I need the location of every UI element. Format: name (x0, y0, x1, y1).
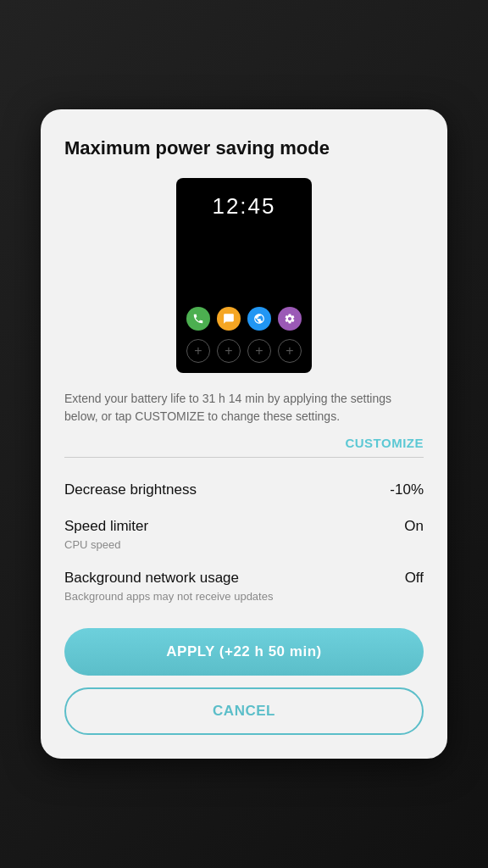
preview-bottom: + + + + (186, 307, 302, 363)
brightness-label: Decrease brightness (64, 480, 197, 500)
add-slot-2: + (217, 339, 241, 363)
apply-button[interactable]: APPLY (+22 h 50 min) (64, 628, 424, 676)
speed-sub: CPU speed (64, 538, 148, 551)
brightness-value: -10% (390, 481, 424, 498)
add-slot-1: + (186, 339, 210, 363)
add-slot-3: + (247, 339, 271, 363)
app-icon-settings (278, 307, 302, 331)
app-icon-internet (247, 307, 271, 331)
speed-value: On (404, 518, 424, 535)
app-icons-row (186, 307, 302, 331)
dialog-overlay: Maximum power saving mode 12:45 (0, 0, 488, 868)
setting-speed: Speed limiter CPU speed On (64, 508, 424, 559)
network-sub: Background apps may not receive updates (64, 590, 273, 603)
add-slot-4: + (278, 339, 302, 363)
power-saving-dialog: Maximum power saving mode 12:45 (41, 109, 447, 759)
section-divider (64, 457, 424, 458)
app-icon-phone (186, 307, 210, 331)
phone-preview: 12:45 (176, 178, 312, 373)
dialog-title: Maximum power saving mode (64, 136, 424, 161)
setting-brightness: Decrease brightness -10% (64, 471, 424, 509)
add-icons-row: + + + + (186, 339, 302, 363)
customize-button[interactable]: CUSTOMIZE (64, 432, 424, 453)
settings-area: Decrease brightness -10% Speed limiter C… (64, 471, 424, 611)
speed-label: Speed limiter (64, 516, 148, 537)
network-label: Background network usage (64, 568, 273, 588)
app-icon-messages (217, 307, 241, 331)
description-text: Extend your battery life to 31 h 14 min … (64, 390, 424, 426)
cancel-button[interactable]: CANCEL (64, 687, 424, 735)
network-value: Off (405, 570, 424, 587)
setting-network: Background network usage Background apps… (64, 559, 424, 611)
preview-time: 12:45 (212, 193, 275, 220)
